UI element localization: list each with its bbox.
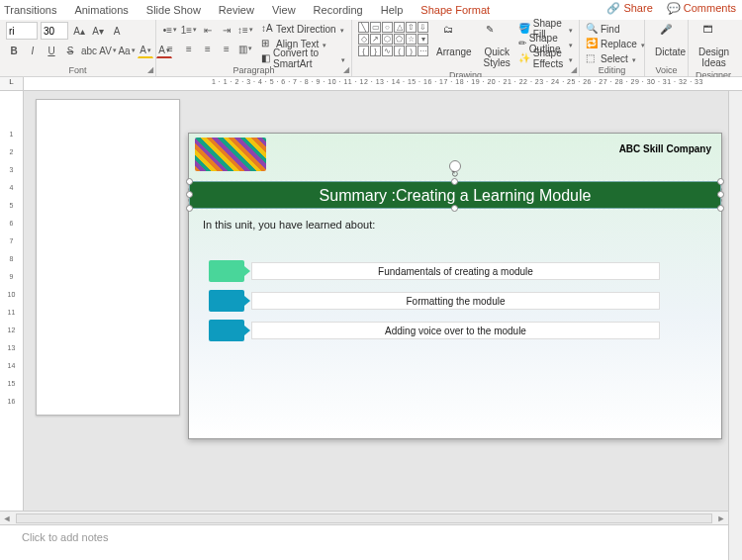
- slide-thumbnail-panel: [24, 91, 182, 511]
- align-right-button[interactable]: ≡: [200, 41, 216, 56]
- convert-smartart-button[interactable]: ◧Convert to SmartArt: [261, 51, 345, 65]
- tab-transitions[interactable]: Transitions: [4, 4, 56, 16]
- design-ideas-button[interactable]: 🗔 Design Ideas: [695, 22, 733, 70]
- replace-button[interactable]: 🔁Replace: [586, 37, 645, 50]
- group-voice: 🎤 Dictate Voice: [645, 20, 689, 76]
- slide-canvas[interactable]: ABC Skill Company Summary :Creating a: [182, 91, 728, 511]
- editor-area: L 1 · 1 · 2 · 3 · 4 · 5 · 6 · 7 · 8 · 9 …: [0, 77, 742, 560]
- scroll-right-button[interactable]: ►: [714, 513, 728, 523]
- resize-handle[interactable]: [451, 205, 458, 212]
- arrange-button[interactable]: 🗂 Arrange: [432, 22, 476, 60]
- group-drawing: ╲▭○△⇧⇩ ◇↗⬡⬠☆▾ {}∿()⋯ 🗂 Arrange ✎ Quick S…: [352, 20, 580, 76]
- comments-button[interactable]: 💬 Comments: [667, 2, 736, 15]
- bullet-row-2: Formatting the module: [209, 290, 660, 312]
- tab-review[interactable]: Review: [219, 4, 254, 16]
- tab-recording[interactable]: Recording: [314, 4, 363, 16]
- text-shadow-button[interactable]: abc: [81, 43, 97, 58]
- shape-outline-icon: ✏: [518, 38, 526, 49]
- quick-styles-icon: ✎: [486, 24, 508, 46]
- scroll-track[interactable]: [16, 513, 712, 523]
- group-editing-label: Editing: [586, 65, 638, 76]
- highlight-color-button[interactable]: A: [138, 43, 153, 58]
- h-ruler-ticks: 1 · 1 · 2 · 3 · 4 · 5 · 6 · 7 · 8 · 9 · …: [212, 78, 703, 85]
- align-text-icon: ⊞: [261, 38, 273, 49]
- resize-handle[interactable]: [186, 191, 193, 198]
- find-button[interactable]: 🔍Find: [586, 22, 619, 36]
- tab-help[interactable]: Help: [381, 4, 404, 16]
- font-decrease-button[interactable]: A▾: [90, 23, 106, 39]
- horizontal-scrollbar[interactable]: ◄ ►: [0, 511, 728, 524]
- vertical-ruler[interactable]: 12345678910111213141516: [0, 91, 24, 511]
- font-dialog-launcher[interactable]: ◢: [147, 65, 153, 74]
- tab-view[interactable]: View: [272, 4, 296, 16]
- align-left-button[interactable]: ≡: [162, 41, 178, 56]
- slide-thumbnail-1[interactable]: [36, 99, 180, 416]
- bullet-text: Adding voice over to the module: [251, 322, 660, 339]
- shapes-gallery[interactable]: ╲▭○△⇧⇩ ◇↗⬡⬠☆▾ {}∿()⋯: [358, 22, 428, 56]
- slide-logo-image: [195, 138, 266, 171]
- group-paragraph-label: Paragraph: [162, 65, 345, 76]
- tab-animations[interactable]: Animations: [74, 4, 128, 16]
- resize-handle[interactable]: [451, 178, 458, 185]
- replace-icon: 🔁: [586, 38, 598, 49]
- numbering-button[interactable]: 1≡: [181, 22, 197, 38]
- resize-handle[interactable]: [717, 205, 724, 212]
- slide-title-shape[interactable]: Summary :Creating a Learning Module: [189, 181, 721, 209]
- clear-formatting-button[interactable]: A: [109, 23, 125, 39]
- ruler-tab-stop[interactable]: L: [0, 77, 24, 90]
- horizontal-ruler[interactable]: 1 · 1 · 2 · 3 · 4 · 5 · 6 · 7 · 8 · 9 · …: [24, 77, 742, 90]
- quick-styles-label: Quick Styles: [484, 47, 510, 68]
- font-increase-button[interactable]: A▴: [71, 23, 87, 39]
- bullet-tab-icon: [209, 290, 244, 312]
- align-center-button[interactable]: ≡: [181, 41, 197, 56]
- ribbon: A▴ A▾ A B I U S abc AV Aa A A Font ◢: [0, 20, 742, 77]
- strikethrough-button[interactable]: S: [62, 43, 78, 58]
- line-spacing-button[interactable]: ↕≡: [237, 22, 253, 38]
- scroll-left-button[interactable]: ◄: [0, 513, 14, 523]
- char-spacing-button[interactable]: AV: [100, 43, 116, 58]
- comments-label: Comments: [684, 2, 736, 14]
- rotate-handle[interactable]: [449, 160, 461, 172]
- tab-slide-show[interactable]: Slide Show: [146, 4, 201, 16]
- font-name-input[interactable]: [6, 22, 38, 40]
- vertical-scrollbar[interactable]: [728, 91, 742, 560]
- bullets-button[interactable]: •≡: [162, 22, 178, 38]
- share-button[interactable]: 🔗 Share: [606, 2, 652, 15]
- bullet-tab-icon: [209, 260, 244, 282]
- underline-button[interactable]: U: [44, 43, 59, 58]
- text-direction-button[interactable]: ↕AText Direction: [261, 22, 345, 36]
- font-size-input[interactable]: [41, 22, 68, 40]
- bullet-text: Fundamentals of creating a module: [251, 262, 660, 280]
- italic-button[interactable]: I: [25, 43, 41, 58]
- dictate-button[interactable]: 🎤 Dictate: [651, 22, 690, 60]
- notes-pane[interactable]: Click to add notes: [0, 524, 728, 560]
- group-paragraph: •≡ 1≡ ⇤ ⇥ ↕≡ ≡ ≡ ≡ ≡ ▥ ↕AText Direction …: [156, 20, 352, 76]
- select-button[interactable]: ⬚Select: [586, 51, 636, 65]
- horizontal-ruler-row: L 1 · 1 · 2 · 3 · 4 · 5 · 6 · 7 · 8 · 9 …: [0, 77, 742, 91]
- shape-effects-label: Shape Effects: [533, 47, 565, 69]
- quick-styles-button[interactable]: ✎ Quick Styles: [480, 22, 514, 70]
- drawing-dialog-launcher[interactable]: ◢: [571, 65, 577, 74]
- share-label: Share: [623, 2, 652, 14]
- arrange-icon: 🗂: [443, 24, 465, 46]
- group-editing: 🔍Find 🔁Replace ⬚Select Editing: [580, 20, 645, 76]
- slide-title-text: Summary :Creating a Learning Module: [320, 187, 592, 204]
- find-icon: 🔍: [586, 23, 598, 35]
- bullet-row-1: Fundamentals of creating a module: [209, 260, 660, 282]
- bullet-tab-icon: [209, 320, 244, 341]
- resize-handle[interactable]: [186, 205, 193, 212]
- design-ideas-label: Design Ideas: [698, 47, 729, 68]
- resize-handle[interactable]: [717, 178, 724, 185]
- justify-button[interactable]: ≡: [219, 41, 234, 56]
- resize-handle[interactable]: [717, 191, 724, 198]
- change-case-button[interactable]: Aa: [119, 43, 135, 58]
- decrease-indent-button[interactable]: ⇤: [200, 22, 216, 38]
- resize-handle[interactable]: [186, 178, 193, 185]
- tab-shape-format[interactable]: Shape Format: [420, 4, 490, 16]
- shape-effects-button[interactable]: ✨Shape Effects: [518, 51, 573, 65]
- design-ideas-icon: 🗔: [703, 24, 725, 46]
- paragraph-dialog-launcher[interactable]: ◢: [343, 65, 349, 74]
- columns-button[interactable]: ▥: [237, 41, 253, 56]
- bold-button[interactable]: B: [6, 43, 22, 58]
- increase-indent-button[interactable]: ⇥: [219, 22, 234, 38]
